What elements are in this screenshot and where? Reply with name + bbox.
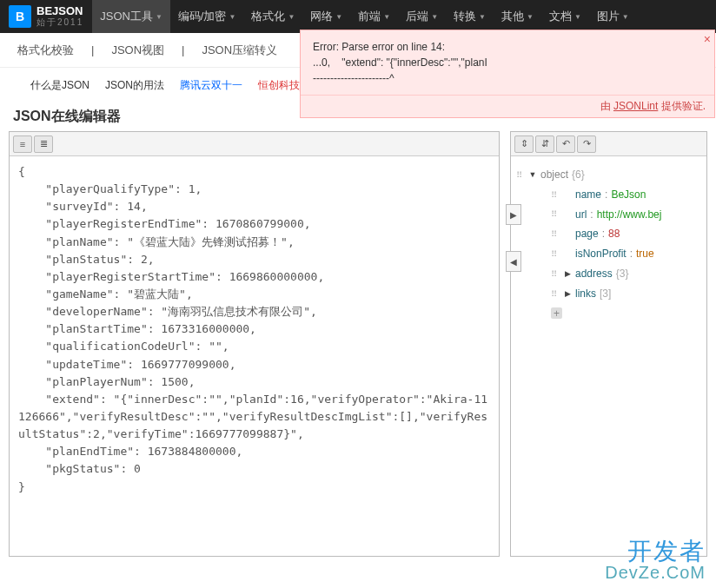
drag-icon: ⠿: [551, 286, 557, 302]
top-nav: B BEJSON 始于2011 JSON工具▼编码/加密▼格式化▼网络▼前端▼后…: [0, 0, 716, 33]
tree-root[interactable]: ⠿▼ object {6}: [516, 165, 701, 185]
drag-icon: ⠿: [551, 187, 557, 203]
indent-icon[interactable]: ≡: [13, 135, 32, 153]
chevron-down-icon: ▼: [622, 13, 629, 21]
drag-icon: ⠿: [551, 266, 557, 282]
tree-item-url[interactable]: ⠿url : http://www.bej: [516, 205, 701, 225]
error-footer: 由 JSONLint 提供验证.: [301, 95, 714, 117]
close-icon[interactable]: ×: [704, 32, 711, 46]
tree-item-address[interactable]: ⠿▶ address {3}: [516, 264, 701, 284]
undo-icon[interactable]: ↶: [556, 135, 575, 153]
subnav-JSON视图[interactable]: JSON视图: [111, 43, 164, 58]
arrow-left-button[interactable]: ◀: [506, 251, 521, 272]
add-icon[interactable]: +: [551, 307, 562, 319]
transfer-arrows: ▶ ◀: [506, 204, 521, 272]
drag-icon: ⠿: [551, 206, 557, 222]
nav-label: 其他: [501, 9, 524, 24]
tree-item-isNonProfit[interactable]: ⠿isNonProfit : true: [516, 244, 701, 264]
outdent-icon[interactable]: ≣: [34, 135, 53, 153]
drag-icon: ⠿: [551, 226, 557, 242]
nav-item-转换[interactable]: 转换▼: [446, 0, 494, 33]
drag-icon: ⠿: [551, 246, 557, 262]
json-tree-view[interactable]: ⠿▼ object {6}⠿name : BeJson⠿url : http:/…: [511, 156, 706, 332]
subnav-JSON压缩转义[interactable]: JSON压缩转义: [202, 43, 277, 58]
nav-item-其他[interactable]: 其他▼: [494, 0, 541, 33]
link-腾讯云双十一[interactable]: 腾讯云双十一: [180, 78, 242, 93]
error-panel: × Error: Parse error on line 14: ...0, "…: [300, 30, 715, 118]
tree-item-links[interactable]: ⠿▶ links [3]: [516, 284, 701, 304]
nav-label: 格式化: [251, 9, 285, 24]
nav-item-JSON工具[interactable]: JSON工具▼: [92, 0, 170, 33]
nav-label: 编码/加密: [178, 9, 227, 24]
logo[interactable]: B BEJSON 始于2011: [0, 0, 92, 33]
json-source-panel: ≡≣ { "playerQualifyType": 1, "surveyId":…: [9, 131, 500, 557]
logo-badge: B: [9, 5, 31, 28]
nav-item-格式化[interactable]: 格式化▼: [243, 0, 302, 33]
json-source-editor[interactable]: { "playerQualifyType": 1, "surveyId": 14…: [10, 156, 499, 556]
link-什么是JSON[interactable]: 什么是JSON: [30, 78, 90, 93]
chevron-down-icon: ▼: [288, 13, 295, 21]
logo-sub: 始于2011: [36, 17, 83, 29]
collapse-icon[interactable]: ⇵: [535, 135, 554, 153]
chevron-down-icon: ▼: [574, 13, 581, 21]
nav-label: 转换: [454, 9, 476, 24]
expand-icon[interactable]: ▶: [563, 287, 572, 301]
chevron-down-icon: ▼: [479, 13, 486, 21]
drag-icon: ⠿: [516, 167, 522, 183]
redo-icon[interactable]: ↷: [577, 135, 596, 153]
jsonlint-link[interactable]: JSONLint: [613, 100, 658, 112]
left-toolbar: ≡≣: [10, 132, 499, 156]
chevron-down-icon: ▼: [431, 13, 438, 21]
nav-item-图片[interactable]: 图片▼: [589, 0, 637, 33]
subnav-格式化校验[interactable]: 格式化校验: [17, 43, 74, 58]
nav-item-网络[interactable]: 网络▼: [302, 0, 350, 33]
nav-label: 前端: [358, 9, 381, 24]
nav-item-文档[interactable]: 文档▼: [541, 0, 589, 33]
logo-name: BEJSON: [36, 5, 83, 17]
nav-label: 后端: [406, 9, 428, 24]
nav-label: JSON工具: [100, 9, 153, 24]
collapse-icon[interactable]: ▼: [528, 168, 537, 182]
chevron-down-icon: ▼: [383, 13, 390, 21]
tree-item-page[interactable]: ⠿page : 88: [516, 224, 701, 244]
nav-label: 网络: [310, 9, 333, 24]
error-message: Error: Parse error on line 14: ...0, "ex…: [301, 30, 714, 95]
workspace: ≡≣ { "playerQualifyType": 1, "surveyId":…: [0, 131, 716, 557]
chevron-down-icon: ▼: [229, 13, 235, 21]
chevron-down-icon: ▼: [156, 13, 162, 21]
json-tree-panel: ⇕⇵↶↷ ⠿▼ object {6}⠿name : BeJson⠿url : h…: [510, 131, 707, 557]
chevron-down-icon: ▼: [335, 13, 342, 21]
expand-icon[interactable]: ⇕: [514, 135, 534, 153]
chevron-down-icon: ▼: [527, 13, 534, 21]
tree-item-name[interactable]: ⠿name : BeJson: [516, 185, 701, 205]
watermark: 开发者 DevZe.CoM: [605, 539, 706, 581]
arrow-right-button[interactable]: ▶: [506, 204, 521, 225]
nav-label: 文档: [549, 9, 572, 24]
expand-icon[interactable]: ▶: [563, 267, 572, 281]
link-JSON的用法[interactable]: JSON的用法: [105, 78, 164, 93]
right-toolbar: ⇕⇵↶↷: [511, 132, 706, 156]
nav-label: 图片: [597, 9, 620, 24]
nav-item-编码/加密[interactable]: 编码/加密▼: [170, 0, 244, 33]
nav-item-前端[interactable]: 前端▼: [350, 0, 398, 33]
nav-item-后端[interactable]: 后端▼: [398, 0, 446, 33]
